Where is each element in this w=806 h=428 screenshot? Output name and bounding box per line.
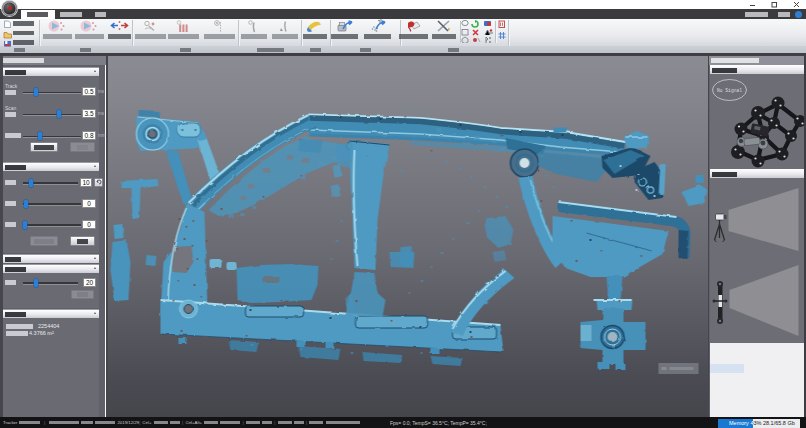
svg-text:No Signal: No Signal bbox=[717, 88, 742, 93]
